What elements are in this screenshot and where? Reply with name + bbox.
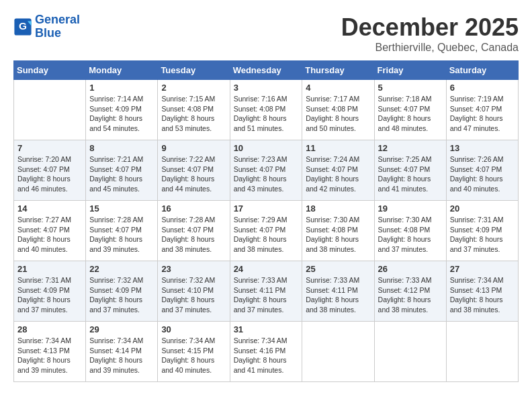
day-info: Sunrise: 7:16 AMSunset: 4:08 PMDaylight:…: [234, 94, 299, 134]
day-info: Sunrise: 7:31 AMSunset: 4:09 PMDaylight:…: [17, 275, 82, 315]
weekday-header-tuesday: Tuesday: [158, 61, 230, 80]
day-info: Sunrise: 7:15 AMSunset: 4:08 PMDaylight:…: [161, 94, 226, 134]
day-info: Sunrise: 7:26 AMSunset: 4:07 PMDaylight:…: [450, 154, 515, 194]
day-number: 26: [378, 264, 443, 274]
day-number: 25: [306, 264, 370, 274]
calendar-cell: 14Sunrise: 7:27 AMSunset: 4:07 PMDayligh…: [14, 201, 86, 261]
calendar-week-row: 7Sunrise: 7:20 AMSunset: 4:07 PMDaylight…: [14, 140, 519, 201]
day-number: 11: [306, 143, 370, 153]
calendar-cell: 24Sunrise: 7:33 AMSunset: 4:11 PMDayligh…: [230, 261, 302, 322]
title-section: December 2025 Berthierville, Quebec, Can…: [341, 13, 519, 54]
day-number: 9: [161, 143, 226, 153]
weekday-header-wednesday: Wednesday: [230, 61, 302, 80]
day-info: Sunrise: 7:18 AMSunset: 4:07 PMDaylight:…: [378, 94, 443, 134]
day-number: 14: [17, 203, 82, 214]
day-number: 10: [234, 143, 299, 153]
day-info: Sunrise: 7:28 AMSunset: 4:07 PMDaylight:…: [89, 215, 154, 255]
calendar-cell: 5Sunrise: 7:18 AMSunset: 4:07 PMDaylight…: [374, 80, 446, 140]
day-number: 19: [378, 203, 443, 214]
day-info: Sunrise: 7:23 AMSunset: 4:07 PMDaylight:…: [234, 154, 299, 194]
day-info: Sunrise: 7:25 AMSunset: 4:07 PMDaylight:…: [378, 154, 443, 194]
day-number: 22: [89, 264, 154, 274]
day-info: Sunrise: 7:33 AMSunset: 4:11 PMDaylight:…: [234, 275, 299, 315]
day-number: 13: [450, 143, 515, 153]
day-number: 24: [234, 264, 299, 274]
day-number: 18: [306, 203, 370, 214]
svg-text:G: G: [19, 20, 27, 32]
day-info: Sunrise: 7:32 AMSunset: 4:10 PMDaylight:…: [161, 275, 226, 315]
day-number: 27: [450, 264, 515, 274]
day-info: Sunrise: 7:24 AMSunset: 4:07 PMDaylight:…: [306, 154, 370, 194]
calendar-cell: 1Sunrise: 7:14 AMSunset: 4:09 PMDaylight…: [86, 80, 158, 140]
day-number: 8: [89, 143, 154, 153]
calendar-cell: 19Sunrise: 7:30 AMSunset: 4:08 PMDayligh…: [374, 201, 446, 261]
calendar-cell: 26Sunrise: 7:33 AMSunset: 4:12 PMDayligh…: [374, 261, 446, 322]
day-info: Sunrise: 7:33 AMSunset: 4:11 PMDaylight:…: [306, 275, 370, 315]
day-info: Sunrise: 7:28 AMSunset: 4:07 PMDaylight:…: [161, 215, 226, 255]
day-number: 20: [450, 203, 515, 214]
calendar-table: SundayMondayTuesdayWednesdayThursdayFrid…: [13, 60, 519, 382]
logo-text: General Blue: [35, 13, 80, 40]
weekday-header-friday: Friday: [374, 61, 446, 80]
calendar-cell: 7Sunrise: 7:20 AMSunset: 4:07 PMDaylight…: [14, 140, 86, 201]
day-info: Sunrise: 7:27 AMSunset: 4:07 PMDaylight:…: [17, 215, 82, 255]
day-info: Sunrise: 7:34 AMSunset: 4:13 PMDaylight:…: [450, 275, 515, 315]
weekday-header-sunday: Sunday: [14, 61, 86, 80]
weekday-header-row: SundayMondayTuesdayWednesdayThursdayFrid…: [14, 61, 519, 80]
day-number: 17: [234, 203, 299, 214]
calendar-week-row: 21Sunrise: 7:31 AMSunset: 4:09 PMDayligh…: [14, 261, 519, 322]
day-number: 2: [161, 83, 226, 93]
logo-icon: G: [13, 17, 32, 36]
day-info: Sunrise: 7:30 AMSunset: 4:08 PMDaylight:…: [378, 215, 443, 255]
calendar-cell: 25Sunrise: 7:33 AMSunset: 4:11 PMDayligh…: [302, 261, 374, 322]
day-info: Sunrise: 7:29 AMSunset: 4:07 PMDaylight:…: [234, 215, 299, 255]
day-number: 21: [17, 264, 82, 274]
day-number: 15: [89, 203, 154, 214]
day-number: 4: [306, 83, 370, 93]
day-number: 31: [234, 324, 299, 334]
logo: G General Blue: [13, 13, 80, 40]
day-info: Sunrise: 7:34 AMSunset: 4:16 PMDaylight:…: [234, 336, 299, 375]
day-info: Sunrise: 7:34 AMSunset: 4:15 PMDaylight:…: [161, 336, 226, 375]
calendar-cell: 12Sunrise: 7:25 AMSunset: 4:07 PMDayligh…: [374, 140, 446, 201]
day-number: 28: [17, 324, 82, 334]
day-info: Sunrise: 7:17 AMSunset: 4:08 PMDaylight:…: [306, 94, 370, 134]
calendar-cell: 3Sunrise: 7:16 AMSunset: 4:08 PMDaylight…: [230, 80, 302, 140]
calendar-cell: 30Sunrise: 7:34 AMSunset: 4:15 PMDayligh…: [158, 322, 230, 382]
calendar-cell: 11Sunrise: 7:24 AMSunset: 4:07 PMDayligh…: [302, 140, 374, 201]
calendar-cell: 4Sunrise: 7:17 AMSunset: 4:08 PMDaylight…: [302, 80, 374, 140]
weekday-header-saturday: Saturday: [446, 61, 518, 80]
calendar-cell: 6Sunrise: 7:19 AMSunset: 4:07 PMDaylight…: [446, 80, 518, 140]
calendar-week-row: 14Sunrise: 7:27 AMSunset: 4:07 PMDayligh…: [14, 201, 519, 261]
calendar-cell: 9Sunrise: 7:22 AMSunset: 4:07 PMDaylight…: [158, 140, 230, 201]
day-number: 23: [161, 264, 226, 274]
calendar-cell: [302, 322, 374, 382]
calendar-cell: 17Sunrise: 7:29 AMSunset: 4:07 PMDayligh…: [230, 201, 302, 261]
calendar-cell: 27Sunrise: 7:34 AMSunset: 4:13 PMDayligh…: [446, 261, 518, 322]
calendar-cell: 28Sunrise: 7:34 AMSunset: 4:13 PMDayligh…: [14, 322, 86, 382]
day-number: 16: [161, 203, 226, 214]
calendar-cell: 13Sunrise: 7:26 AMSunset: 4:07 PMDayligh…: [446, 140, 518, 201]
month-title: December 2025: [341, 13, 519, 42]
day-number: 1: [89, 83, 154, 93]
day-info: Sunrise: 7:22 AMSunset: 4:07 PMDaylight:…: [161, 154, 226, 194]
day-number: 30: [161, 324, 226, 334]
day-info: Sunrise: 7:19 AMSunset: 4:07 PMDaylight:…: [450, 94, 515, 134]
weekday-header-monday: Monday: [86, 61, 158, 80]
calendar-cell: 20Sunrise: 7:31 AMSunset: 4:09 PMDayligh…: [446, 201, 518, 261]
day-number: 3: [234, 83, 299, 93]
calendar-cell: 15Sunrise: 7:28 AMSunset: 4:07 PMDayligh…: [86, 201, 158, 261]
calendar-cell: 21Sunrise: 7:31 AMSunset: 4:09 PMDayligh…: [14, 261, 86, 322]
page-header: G General Blue December 2025 Berthiervil…: [13, 13, 519, 54]
calendar-week-row: 28Sunrise: 7:34 AMSunset: 4:13 PMDayligh…: [14, 322, 519, 382]
day-info: Sunrise: 7:21 AMSunset: 4:07 PMDaylight:…: [89, 154, 154, 194]
day-info: Sunrise: 7:34 AMSunset: 4:13 PMDaylight:…: [17, 336, 82, 375]
calendar-cell: [446, 322, 518, 382]
calendar-cell: 16Sunrise: 7:28 AMSunset: 4:07 PMDayligh…: [158, 201, 230, 261]
day-info: Sunrise: 7:33 AMSunset: 4:12 PMDaylight:…: [378, 275, 443, 315]
day-info: Sunrise: 7:32 AMSunset: 4:09 PMDaylight:…: [89, 275, 154, 315]
calendar-cell: [14, 80, 86, 140]
calendar-cell: 8Sunrise: 7:21 AMSunset: 4:07 PMDaylight…: [86, 140, 158, 201]
weekday-header-thursday: Thursday: [302, 61, 374, 80]
day-number: 5: [378, 83, 443, 93]
